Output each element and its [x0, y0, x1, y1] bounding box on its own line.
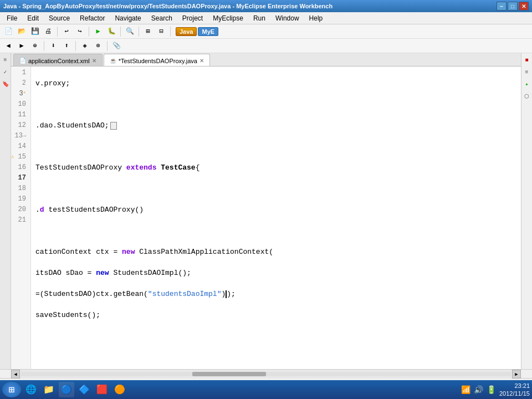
menu-myeclipse[interactable]: MyEclipse	[208, 13, 248, 23]
code-line-14	[35, 226, 516, 236]
menu-source[interactable]: Source	[44, 13, 74, 23]
maximize-button[interactable]: □	[508, 2, 518, 11]
view-btn[interactable]: ⊟	[155, 25, 167, 38]
scroll-right-arrow[interactable]: ▶	[512, 370, 521, 378]
code-line-20	[35, 352, 516, 362]
code-content[interactable]: v.proxy; .dao.StudentsDAO; TestStudentsD…	[31, 66, 521, 369]
tab-testdao-close[interactable]: ✕	[200, 58, 204, 64]
taskbar-ie[interactable]: 🌐	[23, 382, 39, 397]
line-18: 18	[11, 183, 28, 194]
new-button[interactable]: 📄	[2, 25, 14, 38]
myeclipse-right-icon[interactable]: ✦	[523, 80, 531, 89]
line-10: 10	[11, 99, 28, 110]
hierarchy-button[interactable]: ⊕	[29, 40, 41, 52]
line-3: 3*	[11, 89, 28, 99]
menu-navigate[interactable]: Navigate	[110, 13, 145, 23]
line-13: 13→	[11, 131, 28, 141]
bookmark-icon[interactable]: 🔖	[1, 80, 10, 89]
tab-appcontext-close[interactable]: ✕	[92, 58, 96, 64]
volume-icon[interactable]: 🔊	[474, 385, 483, 394]
outline-right-icon[interactable]: ≡	[523, 68, 531, 76]
minimap-icon[interactable]: ■	[523, 55, 531, 64]
editor-container: 📄 applicationContext.xml ✕ ☕ *TestStuden…	[11, 53, 521, 369]
menu-refactor[interactable]: Refactor	[75, 13, 109, 23]
back-button[interactable]: ◀	[2, 40, 14, 52]
undo-button[interactable]: ↩	[60, 25, 73, 38]
start-button[interactable]: ⊞	[2, 382, 21, 397]
debug-button[interactable]: 🐛	[105, 25, 117, 38]
tab-appcontext[interactable]: 📄 applicationContext.xml ✕	[13, 54, 103, 66]
menu-search[interactable]: Search	[147, 13, 177, 23]
line-21: 21	[11, 215, 28, 226]
clock[interactable]: 23:21 2012/11/15	[499, 382, 530, 398]
java-icon: ☕	[110, 58, 116, 64]
separator-6	[44, 41, 44, 51]
prev-annot-button[interactable]: ⬆	[60, 40, 73, 52]
separator-1	[57, 27, 58, 37]
separator-5	[170, 27, 171, 37]
code-area[interactable]: 1 2 3* 10 11 12 13→ 14 ⚠15 16 17 18 19 2…	[11, 66, 521, 369]
outline-icon[interactable]: ≡	[1, 55, 10, 64]
scroll-left-arrow[interactable]: ◀	[11, 370, 20, 378]
redo-button[interactable]: ↪	[74, 25, 86, 38]
line-16: 16	[11, 162, 28, 173]
code-line-18: saveStudents();	[35, 310, 516, 320]
browse-button[interactable]: 📎	[110, 40, 122, 52]
menu-window[interactable]: Window	[271, 13, 304, 23]
tab-testdao-label: *TestStudentsDAOProxy.java	[119, 58, 197, 64]
battery-icon[interactable]: 🔋	[487, 385, 496, 394]
code-line-13: .d testStudentsDAOProxy()	[35, 204, 516, 215]
main-area: ≡ ✓ 🔖 📄 applicationContext.xml ✕ ☕ *Test…	[0, 53, 532, 369]
menu-project[interactable]: Project	[178, 13, 207, 23]
taskbar-app1[interactable]: 🔵	[59, 382, 74, 397]
open-button[interactable]: 📂	[16, 25, 28, 38]
menu-edit[interactable]: Edit	[23, 13, 43, 23]
menu-help[interactable]: Help	[305, 13, 328, 23]
forward-button[interactable]: ▶	[16, 40, 28, 52]
toggle-mark-button[interactable]: ◈	[79, 40, 91, 52]
code-line-3: .dao.StudentsDAO;	[35, 120, 516, 131]
line-11: 11	[11, 110, 28, 120]
line-14: 14	[11, 141, 28, 152]
save-button[interactable]: 💾	[29, 25, 41, 38]
clock-date: 2012/11/15	[499, 390, 530, 397]
menu-run[interactable]: Run	[249, 13, 270, 23]
code-line-16: itsDAO sDao = new StudentsDAOImpl();	[35, 268, 516, 278]
search-btn[interactable]: 🔍	[124, 25, 136, 38]
tab-testdao[interactable]: ☕ *TestStudentsDAOProxy.java ✕	[104, 54, 210, 66]
minimize-button[interactable]: –	[497, 2, 507, 11]
next-annot-button[interactable]: ⬇	[47, 40, 59, 52]
scroll-track[interactable]	[21, 372, 511, 376]
scroll-thumb[interactable]	[192, 372, 266, 376]
separator-2	[89, 27, 89, 37]
taskbar-app2[interactable]: 🔷	[76, 382, 92, 397]
tabs-bar: 📄 applicationContext.xml ✕ ☕ *TestStuden…	[11, 53, 521, 66]
network-icon[interactable]: 📶	[461, 385, 470, 394]
run-button[interactable]: ▶	[92, 25, 104, 38]
connector-icon[interactable]: ⬡	[523, 92, 531, 101]
java-badge[interactable]: Java	[176, 27, 197, 36]
separator-4	[139, 27, 139, 37]
scrollbar-area: ◀ ▶	[0, 369, 532, 378]
code-line-19	[35, 331, 516, 341]
code-line-1: v.proxy;	[35, 78, 516, 89]
menu-file[interactable]: File	[2, 13, 22, 23]
tasks-icon[interactable]: ✓	[1, 68, 10, 76]
taskbar-app3[interactable]: 🟥	[94, 382, 110, 397]
code-line-11: TestStudentsDAOProxy extends TestCase{	[35, 162, 516, 173]
code-line-15: cationContext ctx = new ClassPathXmlAppl…	[35, 247, 516, 257]
myeclipse-badge[interactable]: MyE	[198, 27, 218, 36]
taskbar-right: 📶 🔊 🔋 23:21 2012/11/15	[461, 382, 530, 398]
horizontal-scrollbar[interactable]: ◀ ▶	[11, 370, 521, 378]
taskbar: ⊞ 🌐 📁 🔵 🔷 🟥 🟠 📶 🔊 🔋 23:21 2012/11/15	[0, 380, 532, 399]
close-button[interactable]: ✕	[519, 2, 529, 11]
line-20: 20	[11, 204, 28, 215]
line-12: 12	[11, 120, 28, 131]
separator-8	[107, 41, 108, 51]
taskbar-explorer[interactable]: 📁	[41, 382, 57, 397]
right-sidebar: ■ ≡ ✦ ⬡	[521, 53, 532, 369]
print-button[interactable]: 🖨	[42, 25, 54, 38]
clear-marks-button[interactable]: ⊗	[92, 40, 104, 52]
perspective-btn[interactable]: ⊞	[142, 25, 154, 38]
taskbar-app4[interactable]: 🟠	[112, 382, 127, 397]
